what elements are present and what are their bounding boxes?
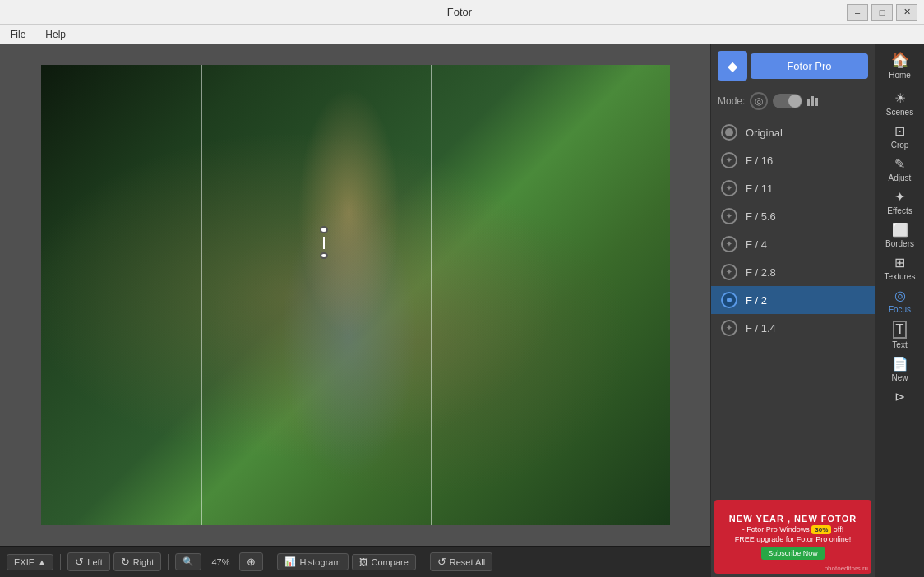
close-button[interactable]: ✕ (896, 4, 917, 21)
reset-label: Reset All (450, 557, 485, 567)
ad-subscribe-button[interactable]: Subscribe Now (761, 547, 825, 560)
toolbar-sep-1 (60, 554, 61, 570)
toolbar-sep-3 (270, 554, 270, 570)
effects-nav-item[interactable]: ✦ Effects (875, 186, 924, 219)
histogram-icon: 📊 (284, 556, 296, 567)
ad-line4: FREE upgrade for Fotor Pro online! (735, 535, 852, 543)
reset-button[interactable]: ↺ Reset All (430, 552, 492, 571)
borders-icon: ⬜ (892, 222, 908, 238)
compare-icon: 🖼 (359, 557, 368, 567)
menu-file[interactable]: File (7, 27, 29, 42)
focus-options-list: Original ✦ F / 16 ✦ F / 11 ✦ F / 5.6 (711, 115, 875, 496)
crop-label: Crop (891, 141, 909, 150)
maximize-button[interactable]: □ (871, 4, 893, 21)
grid-line-right (431, 65, 432, 525)
toolbar-sep-4 (423, 554, 423, 570)
minimize-button[interactable]: – (847, 4, 868, 21)
export-nav-item[interactable]: ⊳ (875, 385, 924, 409)
focus-option-f2[interactable]: F / 2 (711, 286, 875, 314)
focus-nav-icon: ◎ (894, 288, 906, 303)
scenes-icon: ☀ (894, 90, 906, 106)
zoom-in-button[interactable]: ⊕ (239, 552, 263, 571)
mode-circle-icon[interactable]: ◎ (750, 92, 768, 110)
focus-handle[interactable] (317, 226, 330, 259)
compare-label: Compare (372, 557, 409, 567)
export-nav-icon: ⊳ (894, 389, 905, 404)
new-nav-label: New (891, 373, 908, 382)
home-icon: 🏠 (891, 51, 909, 69)
text-nav-label: Text (892, 340, 907, 349)
effects-label: Effects (887, 206, 912, 215)
ad-badge: 30% (811, 525, 831, 534)
textures-nav-item[interactable]: ⊞ Textures (875, 252, 924, 284)
f2-active-dot (727, 298, 732, 302)
f14-icon-symbol: ✦ (726, 324, 732, 332)
histogram-label: Histogram (299, 557, 340, 567)
toggle-knob (788, 95, 802, 108)
new-nav-item[interactable]: 📄 New (875, 353, 924, 385)
app-title: Fotor (72, 6, 847, 18)
mode-toggle[interactable] (773, 94, 802, 108)
histogram-button[interactable]: 📊 Histogram (277, 553, 348, 570)
borders-label: Borders (885, 239, 914, 248)
f28-icon: ✦ (721, 264, 737, 280)
focus-option-f14[interactable]: ✦ F / 1.4 (711, 314, 875, 342)
f2-icon (721, 292, 737, 308)
rotate-right-icon: ↻ (121, 556, 130, 568)
f28-label: F / 2.8 (746, 266, 776, 279)
exif-icon: ▲ (37, 557, 46, 567)
grid-line-left (201, 65, 202, 525)
window-controls: – □ ✕ (847, 4, 917, 21)
exif-label: EXIF (14, 557, 34, 567)
left-label: Left (87, 557, 102, 567)
focus-nav-item[interactable]: ◎ Focus (875, 284, 924, 317)
focus-option-f4[interactable]: ✦ F / 4 (711, 230, 875, 258)
scenes-nav-item[interactable]: ☀ Scenes (875, 87, 924, 120)
focus-option-f11[interactable]: ✦ F / 11 (711, 174, 875, 202)
right-label: Right (133, 557, 155, 567)
focus-option-f56[interactable]: ✦ F / 5.6 (711, 202, 875, 230)
home-nav-item[interactable]: 🏠 Home (875, 48, 924, 83)
titlebar: Fotor – □ ✕ (0, 0, 924, 25)
adjust-nav-item[interactable]: ✎ Adjust (875, 153, 924, 186)
mode-label: Mode: (718, 95, 745, 107)
focus-option-original[interactable]: Original (711, 118, 875, 146)
focus-option-f28[interactable]: ✦ F / 2.8 (711, 258, 875, 286)
zoom-out-button[interactable]: 🔍 (175, 553, 201, 570)
home-label: Home (889, 71, 911, 80)
canvas-area: EXIF ▲ ↺ Left ↻ Right 🔍 47% ⊕ 📊 (0, 44, 710, 577)
ad-line2: - Fotor Pro Windows (742, 525, 810, 533)
menu-help[interactable]: Help (42, 27, 69, 42)
zoom-out-icon: 🔍 (182, 556, 194, 567)
f4-icon-symbol: ✦ (726, 240, 732, 248)
canvas-container[interactable] (0, 44, 710, 546)
bar-3 (815, 98, 818, 106)
f11-label: F / 11 (746, 182, 773, 195)
person-overlay (229, 88, 469, 502)
exif-button[interactable]: EXIF ▲ (7, 554, 53, 570)
f16-icon-symbol: ✦ (726, 156, 732, 164)
pro-button[interactable]: Fotor Pro (751, 53, 868, 79)
ad-banner[interactable]: NEW YEAR , NEW FOTOR - Fotor Pro Windows… (714, 500, 871, 574)
zoom-level: 47% (205, 557, 236, 567)
f56-icon: ✦ (721, 208, 737, 224)
ad-title: NEW YEAR , NEW FOTOR (729, 514, 857, 524)
right-panel: ◆ Fotor Pro Mode: ◎ Original (710, 44, 875, 577)
crop-nav-item[interactable]: ⊡ Crop (875, 120, 924, 153)
f16-label: F / 16 (746, 155, 773, 167)
text-nav-item[interactable]: T Text (875, 317, 924, 353)
f11-icon: ✦ (721, 180, 737, 196)
new-nav-icon: 📄 (892, 356, 908, 372)
f14-label: F / 1.4 (746, 322, 776, 335)
bottom-toolbar: EXIF ▲ ↺ Left ↻ Right 🔍 47% ⊕ 📊 (0, 546, 710, 577)
mode-bars-icon[interactable] (807, 96, 818, 106)
rotate-left-button[interactable]: ↺ Left (67, 552, 109, 571)
mode-row: Mode: ◎ (711, 87, 875, 115)
compare-button[interactable]: 🖼 Compare (352, 554, 416, 570)
rotate-right-button[interactable]: ↻ Right (113, 552, 162, 571)
crop-icon: ⊡ (894, 123, 905, 139)
borders-nav-item[interactable]: ⬜ Borders (875, 219, 924, 252)
focus-option-f16[interactable]: ✦ F / 16 (711, 146, 875, 174)
original-icon (721, 124, 737, 141)
focus-nav-label: Focus (889, 305, 911, 314)
